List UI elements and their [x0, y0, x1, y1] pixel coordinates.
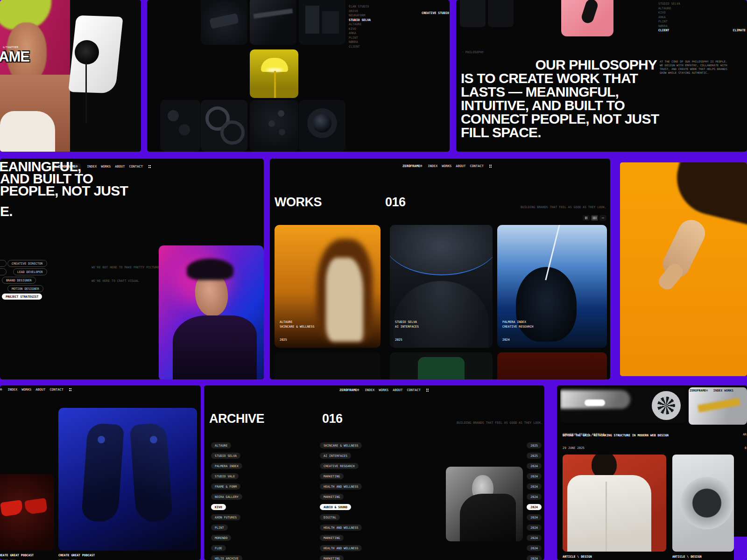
archive-client-pill[interactable]: PALMERA INDEX	[211, 463, 242, 469]
archive-year-pill[interactable]: 2024	[527, 535, 542, 541]
archive-client-pill[interactable]: STUDIO VALE	[211, 473, 239, 479]
archive-client-pill[interactable]: FLOE	[211, 545, 226, 551]
archive-category-pill[interactable]: HEALTH AND WELLNESS	[320, 483, 362, 490]
podcast-screen[interactable]: ZEROFRAME® INDEX WORKS ABOUT CONTACT CRE…	[0, 385, 201, 560]
client-item[interactable]: NØRRA	[349, 40, 371, 45]
nav-link-contact[interactable]: CONTACT	[407, 388, 421, 392]
about-screen[interactable]: ZEROFRAME® INDEX WORKS ABOUT CONTACT MEA…	[0, 159, 264, 379]
archive-category-pill[interactable]: SKINCARE & WELLNESS	[320, 442, 362, 448]
project-thumb-type-poster[interactable]	[201, 100, 247, 152]
archive-year-pill[interactable]: 2024	[527, 473, 542, 479]
client-item-active[interactable]: CLIENT	[658, 28, 680, 33]
role-pill[interactable]: CREATIVE DIRECTOR	[7, 260, 47, 267]
work-card-selva[interactable]: STUDIO SELVA AI INTERFACES 2025	[390, 225, 493, 348]
client-item[interactable]: NØRRA	[658, 24, 680, 29]
hero-screen[interactable]: G/TOGETHER AME	[0, 0, 141, 152]
client-item-active[interactable]: STUDIO SELVA	[349, 18, 371, 23]
archive-client-pill[interactable]: FRAME & FORM	[211, 483, 240, 490]
archive-client-pill[interactable]: NOIRA GALLERY	[211, 494, 242, 500]
project-thumb-glasses[interactable]	[201, 0, 247, 45]
role-pill[interactable]: MOTION DESIGNER	[7, 285, 43, 292]
brand-logo[interactable]: ZEROFRAME®	[402, 164, 422, 168]
grid-menu-icon[interactable]	[426, 389, 429, 392]
project-thumb-lens[interactable]	[299, 100, 345, 152]
archive-client-pill[interactable]: KIVO	[211, 504, 226, 510]
archive-client-pill[interactable]: STUDIO SELVA	[211, 453, 240, 459]
brand-logo[interactable]: ZEROFRAME®	[339, 388, 359, 392]
archive-category-pill[interactable]: MARKETING	[320, 555, 344, 560]
portrait-photo[interactable]	[159, 245, 264, 379]
article-photo-red[interactable]	[563, 455, 666, 552]
grid-menu-icon[interactable]	[148, 165, 151, 168]
archive-category-pill[interactable]: HEALTH AND WELLNESS	[320, 525, 362, 531]
thumb-product-a[interactable]	[460, 0, 486, 27]
archive-category-pill[interactable]: MARKETING	[320, 535, 344, 541]
view-toggle-grid-icon[interactable]	[591, 215, 598, 221]
archive-client-pill[interactable]: ALTAURE	[211, 442, 231, 448]
client-item[interactable]: ORIVO	[349, 9, 371, 14]
archive-row[interactable]: STUDIO SELVA AI INTERFACES 2025	[204, 453, 544, 462]
thumb-product-b[interactable]	[488, 0, 514, 27]
nav-link-works[interactable]: WORKS	[379, 388, 388, 392]
role-pill[interactable]: LEAD DEVELOPER	[13, 268, 47, 275]
archive-year-pill[interactable]: 2024	[527, 545, 542, 551]
client-item[interactable]: PLINT	[349, 36, 371, 41]
archive-year-pill[interactable]: 2024	[527, 555, 542, 560]
client-item[interactable]: ALTAURE	[349, 22, 371, 27]
nav-link-works[interactable]: WORKS	[21, 388, 31, 392]
navbar-fragment[interactable]: ZEROFRAME® INDEX WORKS	[690, 389, 733, 393]
client-item[interactable]: PLINT	[658, 20, 680, 24]
nav-link-contact[interactable]: CONTACT	[470, 164, 484, 168]
archive-year-pill[interactable]: 2024	[527, 514, 542, 520]
client-item[interactable]: CLIENT	[349, 45, 371, 49]
client-item[interactable]: ARKA	[349, 31, 371, 36]
philosophy-screen[interactable]: STUDIO SELVA ALTAURE KIVO ARKA PLINT NØR…	[456, 0, 747, 152]
archive-client-pill[interactable]: AXON FUTURES	[211, 514, 240, 520]
nav-link-index[interactable]: INDEX	[7, 388, 17, 392]
view-toggle-list-icon[interactable]	[583, 215, 590, 221]
car-photo[interactable]	[560, 387, 685, 423]
archive-year-pill[interactable]: 2024	[527, 463, 542, 469]
article-headline[interactable]: BEYOND THE GRID: RETHINKING STRUCTURE IN…	[563, 434, 669, 438]
archive-category-pill[interactable]: MARKETING	[320, 494, 344, 500]
nav-link-index[interactable]: INDEX	[428, 164, 437, 168]
role-pill-active[interactable]: PROJECT STRATEGIST	[2, 294, 42, 300]
nav-link-works[interactable]: WORKS	[442, 164, 451, 168]
project-thumb-lamp[interactable]	[250, 49, 298, 98]
client-item[interactable]: KIVO	[349, 27, 371, 32]
work-card-partial-red[interactable]	[497, 352, 607, 379]
archive-category-pill[interactable]: CREATIVE RESEARCH	[320, 463, 359, 469]
brand-logo[interactable]: ZEROFRAME®	[0, 388, 2, 392]
archive-category-pill[interactable]: AI INTERFACES	[320, 453, 351, 459]
nav-link-about[interactable]: ABOUT	[35, 388, 45, 392]
archive-category-pill[interactable]: MARKETING	[320, 473, 344, 479]
archive-row[interactable]: HELIO ARCHIVE MARKETING 2024	[204, 555, 544, 560]
archive-year-pill[interactable]: 2025	[527, 442, 542, 448]
archive-year-pill[interactable]: 2025	[527, 453, 542, 459]
client-item[interactable]: ARKA	[658, 15, 680, 20]
archive-client-pill[interactable]: PLINT	[211, 525, 228, 531]
client-item[interactable]: ALTAURE	[658, 7, 680, 11]
archive-category-pill[interactable]: AUDIO & SOUND	[320, 504, 351, 510]
nav-link-contact[interactable]: CONTACT	[49, 388, 63, 392]
nav-link-contact[interactable]: CONTACT	[129, 165, 143, 168]
archive-year-pill[interactable]: 2024	[527, 525, 542, 531]
grid-menu-icon[interactable]	[489, 165, 492, 168]
role-pill-cropped[interactable]	[0, 260, 7, 267]
archive-photo[interactable]	[446, 467, 523, 541]
project-thumb-boxes[interactable]	[299, 0, 345, 45]
role-pill[interactable]: BRAND DESIGNER	[2, 277, 36, 284]
client-item[interactable]: KIVO	[658, 11, 680, 15]
project-thumb-earbuds[interactable]	[160, 100, 200, 152]
thumb-microphone[interactable]	[561, 0, 613, 36]
archive-year-pill[interactable]: 2024	[527, 483, 542, 490]
work-card-partial-dark[interactable]	[275, 352, 381, 379]
archive-row[interactable]: FLOE HEALTH AND WELLNESS 2024	[204, 545, 544, 554]
nav-link-index[interactable]: INDEX	[365, 388, 374, 392]
client-item[interactable]: NEURAFORM	[349, 14, 371, 18]
sunglasses-photo[interactable]	[0, 474, 54, 551]
archive-screen[interactable]: ZEROFRAME® INDEX WORKS ABOUT CONTACT ARC…	[204, 385, 544, 560]
orange-photo-tile[interactable]	[620, 162, 747, 376]
nav-link-about[interactable]: ABOUT	[456, 164, 465, 168]
grid-menu-icon[interactable]	[69, 388, 72, 391]
